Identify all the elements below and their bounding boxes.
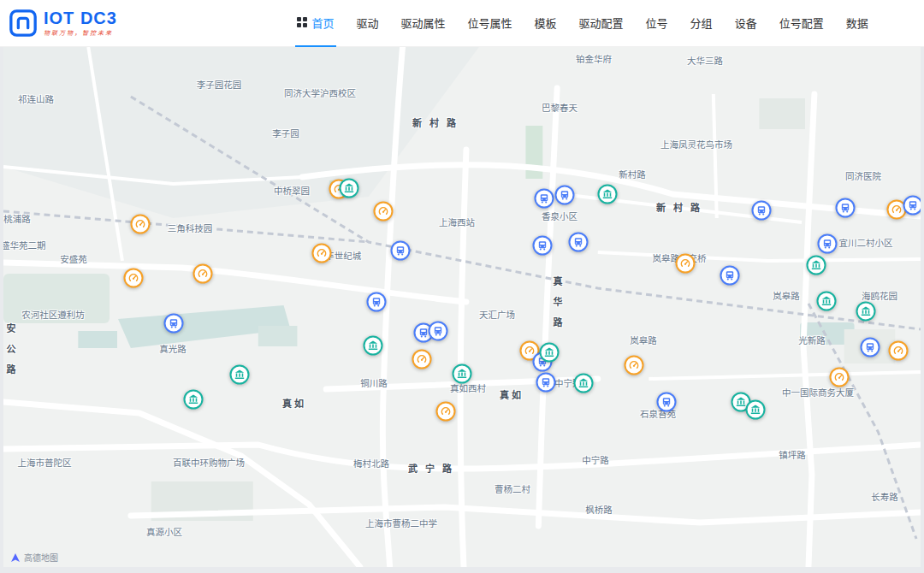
bus-icon [537, 240, 548, 251]
building-marker[interactable] [230, 365, 250, 385]
bus-marker[interactable] [861, 338, 880, 357]
nav-item-label: 分组 [690, 15, 713, 31]
building-marker[interactable] [746, 400, 766, 420]
amap-logo-icon [10, 552, 21, 563]
gauge-icon [834, 372, 845, 383]
gauge-marker[interactable] [436, 402, 456, 422]
building-marker[interactable] [807, 256, 826, 275]
bus-marker[interactable] [836, 198, 856, 218]
gauge-marker[interactable] [193, 264, 213, 284]
logo-icon [9, 9, 38, 38]
building-icon [811, 260, 822, 271]
building-marker[interactable] [364, 336, 383, 356]
bus-marker[interactable] [536, 373, 556, 393]
bus-icon [822, 239, 833, 250]
main-nav: 首页驱动驱动属性位号属性模板驱动配置位号分组设备位号配置数据 [295, 0, 870, 47]
nav-item-9[interactable]: 设备 [733, 0, 759, 47]
building-icon [861, 306, 872, 317]
bus-marker[interactable] [903, 196, 921, 216]
bus-icon [395, 245, 406, 257]
nav-item-8[interactable]: 分组 [689, 0, 714, 47]
bus-marker[interactable] [533, 236, 553, 256]
gauge-icon [317, 248, 328, 259]
gauge-marker[interactable] [830, 368, 850, 387]
gauge-marker[interactable] [889, 341, 909, 361]
bus-icon [418, 328, 429, 339]
building-icon [602, 189, 613, 200]
map-attribution[interactable]: 高德地图 [10, 551, 58, 564]
bus-icon [908, 200, 919, 211]
map-attribution-text: 高德地图 [24, 551, 58, 564]
building-icon [750, 405, 761, 416]
bus-marker[interactable] [164, 314, 184, 334]
bus-marker[interactable] [657, 393, 677, 412]
gauge-icon [198, 269, 209, 280]
building-marker[interactable] [453, 364, 472, 384]
gauge-marker[interactable] [625, 356, 644, 375]
building-icon [544, 347, 555, 358]
nav-item-1[interactable]: 首页 [295, 0, 336, 47]
bus-marker[interactable] [555, 186, 575, 205]
gauge-icon [680, 258, 691, 269]
building-marker[interactable] [540, 343, 560, 363]
gauge-icon [441, 406, 452, 417]
gauge-marker[interactable] [124, 269, 144, 288]
gauge-icon [417, 354, 428, 365]
map-container[interactable]: 祁连山路李子园花园同济大学沪西校区李子园新 村 路巴黎春天铂金华府大华三路上海凤… [3, 47, 921, 567]
nav-item-11[interactable]: 数据 [844, 0, 870, 47]
grid-icon [297, 17, 307, 27]
nav-item-label: 首页 [312, 15, 335, 31]
bus-icon [433, 326, 444, 337]
logo-title: IOT DC3 [44, 9, 117, 27]
building-marker[interactable] [574, 374, 594, 393]
bus-marker[interactable] [752, 201, 772, 221]
map-canvas [3, 47, 921, 567]
building-icon [188, 394, 199, 405]
bus-icon [371, 297, 382, 308]
app-header: IOT DC3 物联万物，智控未来 首页驱动驱动属性位号属性模板驱动配置位号分组… [0, 0, 924, 47]
bus-marker[interactable] [569, 233, 589, 252]
bus-marker[interactable] [429, 322, 448, 341]
bus-marker[interactable] [818, 234, 838, 254]
bus-marker[interactable] [720, 266, 740, 286]
nav-item-10[interactable]: 位号配置 [778, 0, 826, 47]
bus-icon [661, 397, 672, 408]
nav-item-label: 驱动配置 [579, 15, 624, 31]
nav-item-6[interactable]: 驱动配置 [578, 0, 625, 47]
gauge-icon [378, 206, 389, 217]
gauge-icon [893, 346, 904, 357]
nav-item-2[interactable]: 驱动 [355, 0, 381, 47]
building-marker[interactable] [817, 292, 837, 311]
bus-icon [539, 193, 550, 204]
nav-item-7[interactable]: 位号 [644, 0, 670, 47]
bus-icon [725, 270, 736, 281]
bus-marker[interactable] [367, 292, 387, 312]
nav-item-4[interactable]: 位号属性 [466, 0, 514, 47]
gauge-marker[interactable] [374, 202, 394, 222]
gauge-icon [128, 273, 139, 284]
nav-item-5[interactable]: 模板 [533, 0, 559, 47]
bus-icon [573, 237, 584, 248]
building-marker[interactable] [340, 179, 359, 198]
building-icon [578, 378, 589, 389]
bus-icon [840, 203, 851, 214]
bus-marker[interactable] [535, 189, 554, 209]
gauge-marker[interactable] [312, 244, 332, 263]
gauge-icon [524, 346, 536, 357]
gauge-marker[interactable] [131, 215, 151, 234]
bus-icon [560, 190, 571, 201]
building-marker[interactable] [598, 185, 618, 204]
building-marker[interactable] [184, 390, 204, 410]
bus-icon [756, 205, 767, 216]
gauge-marker[interactable] [676, 254, 696, 274]
nav-item-label: 位号配置 [779, 15, 824, 31]
building-icon [821, 296, 832, 307]
logo[interactable]: IOT DC3 物联万物，智控未来 [0, 9, 184, 38]
nav-item-label: 设备 [735, 15, 757, 31]
nav-item-3[interactable]: 驱动属性 [400, 0, 447, 47]
gauge-marker[interactable] [412, 350, 432, 369]
nav-item-label: 驱动属性 [401, 15, 446, 31]
building-marker[interactable] [856, 302, 876, 322]
gauge-icon [629, 360, 640, 371]
bus-marker[interactable] [391, 241, 411, 261]
